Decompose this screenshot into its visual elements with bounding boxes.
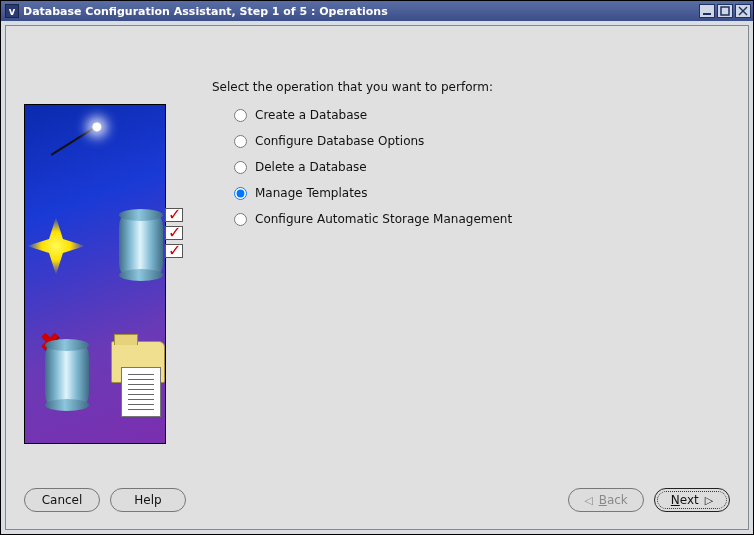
option-configure-database-options[interactable]: Configure Database Options <box>234 134 730 148</box>
svg-rect-1 <box>721 7 729 15</box>
next-button[interactable]: Next ▷ <box>654 488 730 512</box>
back-button: ◁ Back <box>568 488 644 512</box>
option-label: Configure Database Options <box>255 134 424 148</box>
chevron-left-icon: ◁ <box>584 494 592 507</box>
option-delete-database[interactable]: Delete a Database <box>234 160 730 174</box>
chevron-right-icon: ▷ <box>705 494 713 507</box>
help-label: Help <box>134 493 161 507</box>
radio-create-database[interactable] <box>234 109 247 122</box>
close-button[interactable] <box>735 4 751 18</box>
back-label: Back <box>599 493 628 507</box>
radio-manage-templates[interactable] <box>234 187 247 200</box>
next-label: Next <box>671 493 699 507</box>
option-label: Delete a Database <box>255 160 367 174</box>
svg-rect-0 <box>703 13 711 15</box>
cancel-label: Cancel <box>42 493 83 507</box>
app-menu-icon[interactable]: v <box>5 4 19 18</box>
option-label: Configure Automatic Storage Management <box>255 212 512 226</box>
close-icon <box>738 6 748 16</box>
radio-configure-database-options[interactable] <box>234 135 247 148</box>
wizard-window: v Database Configuration Assistant, Step… <box>0 0 754 535</box>
maximize-icon <box>720 6 730 16</box>
help-button[interactable]: Help <box>110 488 186 512</box>
option-label: Manage Templates <box>255 186 368 200</box>
window-title: Database Configuration Assistant, Step 1… <box>23 5 699 18</box>
minimize-button[interactable] <box>699 4 715 18</box>
maximize-button[interactable] <box>717 4 733 18</box>
title-bar: v Database Configuration Assistant, Step… <box>1 1 753 21</box>
cancel-button[interactable]: Cancel <box>24 488 100 512</box>
option-manage-templates[interactable]: Manage Templates <box>234 186 730 200</box>
wizard-footer: Cancel Help ◁ Back Next ▷ <box>6 477 748 529</box>
radio-configure-asm[interactable] <box>234 213 247 226</box>
option-label: Create a Database <box>255 108 367 122</box>
radio-delete-database[interactable] <box>234 161 247 174</box>
option-configure-asm[interactable]: Configure Automatic Storage Management <box>234 212 730 226</box>
option-create-database[interactable]: Create a Database <box>234 108 730 122</box>
minimize-icon <box>702 6 712 16</box>
wizard-illustration: ✖ <box>24 104 166 444</box>
main-panel: Select the operation that you want to pe… <box>186 44 730 477</box>
instruction-text: Select the operation that you want to pe… <box>212 80 730 94</box>
operation-options: Create a Database Configure Database Opt… <box>234 108 730 226</box>
